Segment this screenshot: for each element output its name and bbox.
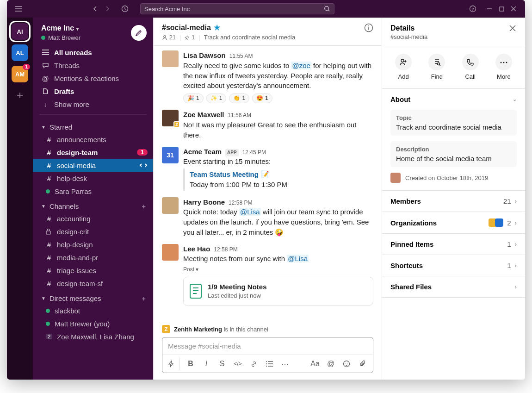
nav-threads[interactable]: Threads bbox=[33, 59, 153, 72]
back-icon[interactable] bbox=[89, 3, 101, 15]
forward-icon[interactable] bbox=[101, 3, 113, 15]
svg-text:?: ? bbox=[471, 7, 474, 12]
details-pinned[interactable]: Pinned Items1› bbox=[382, 234, 525, 255]
channel-name[interactable]: #social-media bbox=[162, 24, 211, 32]
avatar[interactable] bbox=[162, 197, 179, 214]
message-composer[interactable]: Message #social-media B I S </> ⋯ Aa @ bbox=[162, 337, 373, 373]
dm-sara-parras[interactable]: Sara Parras bbox=[33, 185, 153, 198]
nav-drafts[interactable]: Drafts bbox=[33, 85, 153, 98]
link-button[interactable] bbox=[247, 357, 260, 371]
post-card[interactable]: 1/9 Meeting Notes Last edited just now bbox=[183, 277, 373, 306]
members-count[interactable]: 21 bbox=[162, 34, 176, 41]
close-icon[interactable] bbox=[507, 3, 520, 15]
dm-slackbot[interactable]: slackbot bbox=[33, 304, 153, 317]
details-shortcuts[interactable]: Shortcuts1› bbox=[382, 255, 525, 276]
composer-toolbar: B I S </> ⋯ Aa @ bbox=[162, 355, 373, 373]
workspace-ai[interactable]: AI bbox=[12, 23, 28, 40]
creator-avatar[interactable] bbox=[390, 173, 401, 183]
details-about-header[interactable]: About⌄ bbox=[382, 89, 525, 110]
italic-button[interactable]: I bbox=[199, 357, 213, 371]
compose-button[interactable] bbox=[131, 25, 147, 41]
event-title[interactable]: Team Status Meeting bbox=[190, 170, 259, 178]
minimize-icon[interactable] bbox=[483, 3, 495, 15]
channel-announcements[interactable]: #announcements bbox=[33, 133, 153, 146]
details-members[interactable]: Members21› bbox=[382, 191, 525, 212]
channel-social-media[interactable]: #social-media bbox=[33, 159, 153, 172]
nav-all-unreads[interactable]: All unreads bbox=[33, 46, 153, 59]
maximize-icon[interactable] bbox=[495, 3, 507, 15]
add-workspace-button[interactable] bbox=[12, 87, 28, 104]
mention[interactable]: @Lisa bbox=[287, 255, 309, 262]
search-input[interactable]: Search Acme Inc bbox=[140, 3, 334, 14]
dm-self[interactable]: Matt Brewer (you) bbox=[33, 317, 153, 330]
section-starred[interactable]: ▼Starred bbox=[33, 119, 153, 133]
message-author[interactable]: Harry Boone bbox=[183, 197, 225, 207]
channel-design-team[interactable]: #design-team1 bbox=[33, 146, 153, 159]
help-icon[interactable]: ? bbox=[467, 3, 479, 15]
channel-media-and-pr[interactable]: #media-and-pr bbox=[33, 251, 153, 264]
details-topic-box[interactable]: Topic Track and coordinate social media bbox=[390, 110, 517, 136]
reaction[interactable]: 🎉1 bbox=[183, 94, 204, 103]
list-button[interactable] bbox=[262, 357, 276, 371]
avatar[interactable]: Z bbox=[162, 110, 179, 126]
hamburger-icon[interactable] bbox=[12, 3, 25, 15]
nav-show-more[interactable]: ↓Show more bbox=[33, 98, 153, 111]
org-name[interactable]: Zenith Marketing bbox=[174, 326, 222, 333]
details-more-button[interactable]: ⋯More bbox=[495, 54, 512, 80]
font-button[interactable]: Aa bbox=[308, 357, 322, 371]
current-user: Matt Brewer bbox=[48, 34, 80, 41]
details-description-box[interactable]: Description Home of the social media tea… bbox=[390, 141, 517, 167]
star-icon[interactable]: ★ bbox=[214, 23, 220, 32]
details-shared-files[interactable]: Shared Files› bbox=[382, 276, 525, 297]
reaction[interactable]: 👏1 bbox=[229, 94, 249, 103]
details-find-button[interactable]: Find bbox=[428, 54, 445, 80]
message-author[interactable]: Lee Hao bbox=[183, 244, 210, 254]
strikethrough-button[interactable]: S bbox=[215, 357, 229, 371]
composer-input[interactable]: Message #social-media bbox=[162, 337, 373, 355]
emoji-button[interactable] bbox=[340, 357, 353, 371]
details-organizations[interactable]: Organizations2› bbox=[382, 212, 525, 233]
channel-design-crit[interactable]: design-crit bbox=[33, 225, 153, 238]
channel-help-design[interactable]: #help-design bbox=[33, 238, 153, 251]
dm-group[interactable]: 2Zoe Maxwell, Lisa Zhang bbox=[33, 330, 153, 343]
nav-mentions[interactable]: @Mentions & reactions bbox=[33, 72, 153, 85]
bold-button[interactable]: B bbox=[184, 357, 198, 371]
channel-topic[interactable]: Track and coordinate social media bbox=[204, 34, 296, 41]
attach-button[interactable] bbox=[355, 357, 369, 371]
lightning-icon[interactable] bbox=[166, 357, 180, 371]
code-button[interactable]: </> bbox=[231, 357, 245, 371]
avatar[interactable] bbox=[162, 244, 179, 261]
workspace-am[interactable]: AM1 bbox=[12, 66, 28, 82]
section-channels[interactable]: ▼Channels+ bbox=[33, 198, 153, 212]
workspace-al[interactable]: AL bbox=[12, 44, 28, 61]
message-author[interactable]: Lisa Dawson bbox=[183, 50, 226, 61]
channel-accounting[interactable]: #accounting bbox=[33, 212, 153, 225]
mention[interactable]: @Lisa bbox=[239, 208, 261, 216]
add-channel-button[interactable]: + bbox=[142, 202, 146, 210]
pins-count[interactable]: 1 bbox=[185, 34, 195, 41]
workspace-name[interactable]: Acme Inc ▾ bbox=[41, 24, 80, 32]
channel-help-desk[interactable]: #help-desk bbox=[33, 172, 153, 185]
channel-design-team-sf[interactable]: #design-team-sf bbox=[33, 277, 153, 290]
message-author[interactable]: Zoe Maxwell bbox=[183, 110, 224, 120]
details-channel: #social-media bbox=[390, 33, 427, 40]
reaction[interactable]: 😍1 bbox=[252, 94, 272, 103]
close-details-button[interactable] bbox=[508, 24, 517, 32]
section-dms[interactable]: ▼Direct messages+ bbox=[33, 290, 153, 304]
message-author[interactable]: Acme Team bbox=[183, 147, 222, 157]
details-call-button[interactable]: Call bbox=[462, 54, 479, 80]
channel-triage-issues[interactable]: #triage-issues bbox=[33, 264, 153, 277]
mention-button[interactable]: @ bbox=[324, 357, 338, 371]
reaction[interactable]: ✨1 bbox=[206, 94, 227, 103]
more-formatting-button[interactable]: ⋯ bbox=[278, 357, 292, 371]
add-dm-button[interactable]: + bbox=[142, 294, 146, 302]
avatar[interactable] bbox=[162, 50, 179, 67]
history-icon[interactable] bbox=[119, 3, 131, 15]
chevron-right-icon: › bbox=[515, 198, 517, 205]
hash-icon: # bbox=[46, 241, 52, 249]
details-add-button[interactable]: Add bbox=[395, 54, 412, 80]
post-subtitle: Last edited just now bbox=[208, 292, 267, 300]
avatar[interactable]: 31 bbox=[162, 147, 179, 163]
channel-info-button[interactable] bbox=[364, 23, 373, 32]
mention[interactable]: @zoe bbox=[291, 62, 311, 69]
